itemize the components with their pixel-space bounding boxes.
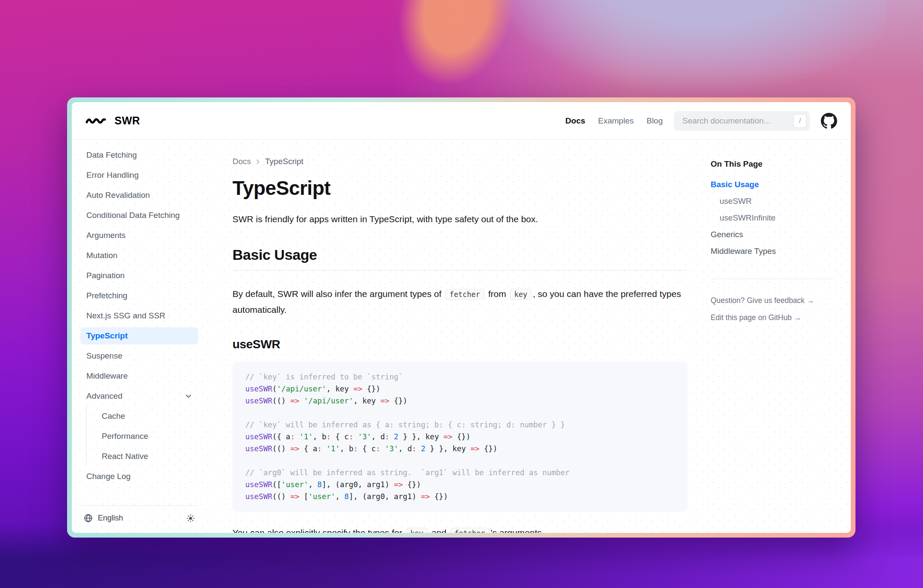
theme-toggle[interactable]	[186, 514, 195, 523]
toc-footer-links: Question? Give us feedback → Edit this p…	[711, 296, 839, 330]
language-label: English	[98, 514, 123, 523]
text-span: You can also explicitly specify the type…	[232, 528, 405, 533]
sidebar-divider	[80, 506, 198, 506]
toc-item[interactable]: useSWRInfinite	[711, 213, 839, 223]
inline-code: fetcher	[450, 528, 490, 533]
sidebar-item[interactable]: Cache	[86, 408, 198, 425]
chevron-right-icon	[255, 159, 261, 165]
page-title: TypeScript	[232, 176, 688, 200]
code-block[interactable]: // `key` is inferred to be `string`useSW…	[232, 362, 688, 512]
basic-usage-paragraph: By default, SWR will also infer the argu…	[232, 286, 688, 318]
breadcrumb-current: TypeScript	[265, 157, 303, 166]
sidebar-item[interactable]: Change Log	[80, 468, 198, 485]
sidebar-item-label: TypeScript	[86, 331, 128, 341]
code-line: useSWR('/api/user', key => {})	[245, 383, 675, 395]
search-shortcut-kbd: /	[794, 114, 806, 128]
sidebar-item[interactable]: Mutation	[80, 247, 198, 264]
article: Docs TypeScript TypeScript SWR is friend…	[232, 157, 688, 533]
sidebar-item[interactable]: Middleware	[80, 368, 198, 385]
sidebar-item-label: Data Fetching	[86, 150, 137, 160]
sidebar-item-label: Performance	[102, 432, 148, 441]
clipped-bottom-paragraph: You can also explicitly specify the type…	[232, 525, 688, 533]
text-span: from	[486, 289, 509, 299]
search-input[interactable]	[674, 111, 810, 131]
nav-link[interactable]: Blog	[647, 116, 663, 126]
toc-footer-link[interactable]: Question? Give us feedback →	[711, 296, 839, 305]
sidebar-item[interactable]: Arguments	[80, 227, 198, 244]
inline-code: key	[510, 289, 532, 300]
sidebar-item[interactable]: Suspense	[80, 347, 198, 365]
toc-item[interactable]: Generics	[711, 230, 839, 239]
text-span: 's arguments.	[491, 528, 544, 533]
nav-link[interactable]: Examples	[598, 116, 634, 126]
sidebar-footer-row: English	[80, 508, 198, 525]
sidebar-item-label: Middleware	[86, 371, 128, 381]
code-line: useSWR(() => ['user', 8], (arg0, arg1) =…	[245, 491, 675, 503]
inline-code: fetcher	[445, 289, 485, 300]
breadcrumb: Docs TypeScript	[232, 157, 688, 166]
sidebar-item-label: Cache	[102, 412, 125, 421]
sidebar-item-label: Error Handling	[86, 171, 139, 180]
intro-paragraph: SWR is friendly for apps written in Type…	[232, 214, 688, 224]
code-line: useSWR({ a: '1', b: { c: '3', d: 2 } }, …	[245, 431, 675, 443]
header-nav: Docs Examples Blog	[565, 116, 663, 126]
swr-docs-page: SWR Docs Examples Blog /	[72, 102, 851, 533]
sidebar-item-label: Advanced	[86, 391, 123, 401]
sidebar-item[interactable]: Next.js SSG and SSR	[80, 307, 198, 324]
nav-link[interactable]: Docs	[565, 116, 585, 126]
toc-item[interactable]: Middleware Types	[711, 247, 839, 256]
main-content: Docs TypeScript TypeScript SWR is friend…	[205, 140, 851, 533]
language-selector[interactable]: English	[84, 514, 123, 523]
sidebar-item-label: Mutation	[86, 251, 118, 260]
sidebar-item[interactable]: Error Handling	[80, 167, 198, 184]
code-line: // `arg0` will be inferred as string. `a…	[245, 467, 675, 479]
sidebar-item[interactable]: Performance	[86, 428, 198, 445]
toc-item[interactable]: Basic Usage	[711, 180, 839, 189]
sidebar-item-label: Prefetching	[86, 291, 127, 300]
toc-item[interactable]: useSWR	[711, 197, 839, 206]
globe-icon	[84, 514, 93, 523]
sidebar-item-label: Next.js SSG and SSR	[86, 311, 165, 320]
code-line: useSWR(() => '/api/user', key => {})	[245, 395, 675, 407]
code-line: useSWR(['user', 8], (arg0, arg1) => {})	[245, 479, 675, 491]
toc-list: Basic Usage useSWR useSWRInfinite Generi…	[711, 180, 839, 263]
swr-wave-icon	[85, 116, 109, 126]
breadcrumb-docs-link[interactable]: Docs	[232, 157, 251, 166]
github-link[interactable]	[821, 113, 837, 129]
basic-usage-heading: Basic Usage	[232, 247, 688, 263]
code-line: // `key` will be inferred as { a: string…	[245, 419, 675, 431]
sun-icon	[186, 514, 195, 523]
heading-divider	[232, 270, 688, 270]
search-box: /	[674, 111, 810, 131]
sidebar-item[interactable]: Prefetching	[80, 287, 198, 304]
github-icon	[821, 113, 837, 129]
sidebar-item[interactable]: Advanced	[80, 388, 198, 405]
chevron-down-icon	[185, 392, 192, 400]
useswr-heading: useSWR	[232, 338, 688, 351]
sidebar-item-label: React Native	[102, 452, 148, 461]
sidebar-item-label: Pagination	[86, 271, 125, 280]
text-span: By default, SWR will also infer the argu…	[232, 289, 444, 299]
sidebar-item-label: Suspense	[86, 351, 123, 361]
sidebar-item[interactable]: TypeScript	[80, 327, 198, 344]
sidebar-item[interactable]: Auto Revalidation	[80, 187, 198, 204]
browser-window: SWR Docs Examples Blog /	[67, 97, 855, 538]
sidebar-item-label: Auto Revalidation	[86, 191, 150, 200]
sidebar-item[interactable]: Data Fetching	[80, 147, 198, 164]
swr-logo[interactable]: SWR	[85, 115, 140, 127]
sidebar-item[interactable]: Conditional Data Fetching	[80, 207, 198, 224]
text-span: and	[429, 528, 449, 533]
sidebar-list: Data Fetching Error Handling	[80, 147, 198, 488]
toc-footer-link[interactable]: Edit this page on GitHub →	[711, 313, 839, 322]
sidebar-item[interactable]: Pagination	[80, 267, 198, 284]
sidebar-item-label: Conditional Data Fetching	[86, 211, 180, 220]
inline-code: key	[406, 528, 428, 533]
site-header: SWR Docs Examples Blog /	[72, 102, 851, 140]
code-line	[245, 455, 675, 467]
sidebar: Data Fetching Error Handling	[72, 140, 205, 533]
sidebar-item[interactable]: React Native	[86, 448, 198, 465]
content-area: Data Fetching Error Handling	[72, 140, 851, 533]
toc-title: On This Page	[711, 159, 839, 169]
code-line: // `key` is inferred to be `string`	[245, 371, 675, 383]
sidebar-footer: English	[80, 500, 198, 525]
